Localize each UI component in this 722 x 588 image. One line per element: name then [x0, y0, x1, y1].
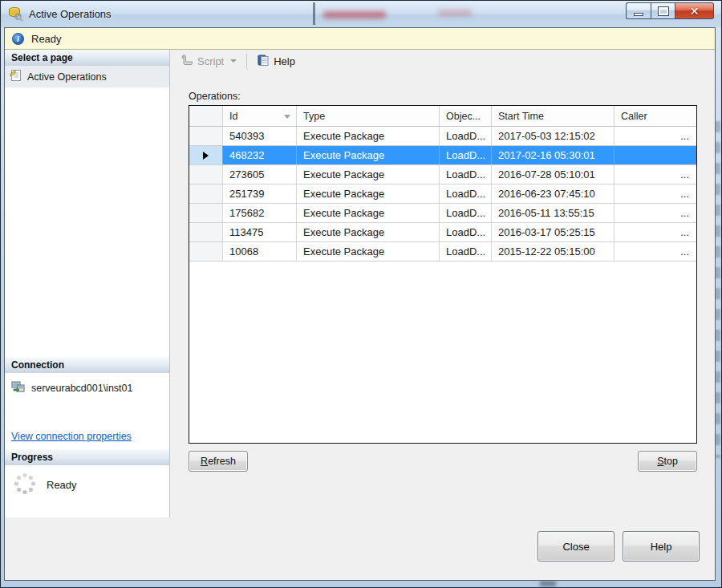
table-row[interactable]: 273605 Execute Package LoadD... 2016-07-… — [189, 165, 696, 185]
column-header-object[interactable]: Objec... — [440, 106, 492, 126]
window-title: Active Operations — [29, 8, 112, 20]
row-selector-cell[interactable] — [189, 127, 223, 145]
script-icon — [180, 54, 193, 68]
maximize-button[interactable] — [651, 2, 675, 19]
minimize-button[interactable] — [626, 2, 651, 19]
glass-artifact — [323, 11, 386, 18]
sidebar-item-label: Active Operations — [27, 71, 107, 83]
chevron-down-icon — [230, 59, 237, 63]
cell-object: LoadD... — [440, 146, 492, 164]
view-connection-properties-link[interactable]: View connection properties — [11, 431, 169, 442]
help-book-icon — [257, 54, 270, 69]
status-bar: i Ready — [5, 28, 715, 50]
cell-id: 113475 — [223, 223, 297, 241]
connection-name: serveurabcd001\inst01 — [31, 383, 132, 394]
window-controls: ✕ — [626, 2, 714, 19]
page-icon — [10, 69, 22, 84]
cell-start-time: 2016-03-17 05:25:15 — [492, 223, 615, 241]
dialog-content-frame: i Ready Select a page Acti — [4, 27, 716, 581]
row-selector-cell[interactable] — [189, 223, 223, 241]
table-header: Id Type Objec... Start Time Caller — [189, 106, 696, 127]
sort-descending-icon — [284, 115, 290, 119]
glass-artifact — [438, 10, 472, 16]
stop-button[interactable]: Stop — [638, 451, 697, 472]
close-button[interactable]: Close — [537, 531, 615, 562]
cell-start-time: 2016-07-28 05:10:01 — [492, 165, 615, 184]
table-row[interactable]: 10068 Execute Package LoadD... 2015-12-2… — [189, 242, 696, 262]
cell-start-time: 2017-05-03 12:15:02 — [492, 127, 615, 145]
progress-header: Progress — [5, 449, 169, 465]
cell-object: LoadD... — [440, 127, 492, 145]
row-selector-header[interactable] — [189, 106, 223, 126]
glass-artifact — [313, 2, 315, 25]
titlebar[interactable]: Active Operations ✕ — [1, 1, 721, 27]
script-button[interactable]: Script — [177, 52, 240, 70]
cell-type: Execute Package — [297, 165, 440, 184]
row-selector-cell[interactable] — [189, 242, 223, 261]
operations-label: Operations: — [189, 91, 715, 102]
glass-artifact — [540, 581, 556, 586]
row-selector-cell[interactable] — [189, 146, 223, 164]
row-selector-cell[interactable] — [189, 165, 223, 184]
cell-id: 10068 — [223, 242, 297, 261]
main-panel: Script — [170, 50, 715, 517]
cell-object: LoadD... — [440, 223, 492, 241]
cell-start-time: 2015-12-22 05:15:00 — [492, 242, 615, 261]
table-row[interactable]: 540393 Execute Package LoadD... 2017-05-… — [189, 127, 696, 146]
select-a-page-header: Select a page — [5, 50, 169, 66]
sidebar: Select a page Active Operations — [5, 50, 170, 517]
maximize-icon — [659, 7, 668, 15]
cell-object: LoadD... — [440, 185, 492, 203]
cell-type: Execute Package — [297, 223, 440, 241]
close-icon: ✕ — [690, 5, 700, 18]
help-toolbar-label: Help — [274, 55, 295, 67]
cell-id: 468232 — [223, 146, 297, 164]
cell-caller: ... — [615, 204, 696, 222]
cell-caller: ... — [615, 185, 696, 203]
cell-start-time: 2016-06-23 07:45:10 — [492, 185, 615, 203]
cell-id: 540393 — [223, 127, 297, 145]
cell-start-time: 2016-05-11 13:55:15 — [492, 204, 615, 222]
cell-id: 273605 — [223, 165, 297, 184]
operations-table-body: 540393 Execute Package LoadD... 2017-05-… — [189, 127, 696, 262]
refresh-button[interactable]: Refresh — [189, 451, 248, 472]
row-selector-cell[interactable] — [189, 185, 223, 203]
table-row[interactable]: 175682 Execute Package LoadD... 2016-05-… — [189, 204, 696, 223]
cell-id: 175682 — [223, 204, 297, 222]
cell-object: LoadD... — [440, 204, 492, 222]
toolbar-separator — [246, 54, 247, 69]
active-operations-app-icon — [8, 6, 23, 22]
connection-header: Connection — [5, 357, 169, 373]
table-row[interactable]: 468232 Execute Package LoadD... 2017-02-… — [189, 146, 696, 165]
status-text: Ready — [31, 33, 62, 45]
cell-type: Execute Package — [297, 185, 440, 203]
cell-start-time: 2017-02-16 05:30:01 — [492, 146, 615, 164]
cell-object: LoadD... — [440, 165, 492, 184]
cell-type: Execute Package — [297, 204, 440, 222]
table-row[interactable]: 251739 Execute Package LoadD... 2016-06-… — [189, 185, 696, 204]
help-toolbar-button[interactable]: Help — [254, 52, 298, 71]
help-button[interactable]: Help — [623, 531, 700, 562]
cell-id: 251739 — [223, 185, 297, 203]
table-row[interactable]: 113475 Execute Package LoadD... 2016-03-… — [189, 223, 696, 242]
cell-caller: ... — [615, 127, 696, 145]
close-window-button[interactable]: ✕ — [675, 2, 714, 19]
footer: Close Help — [5, 517, 715, 580]
connection-item: serveurabcd001\inst01 — [5, 373, 169, 399]
column-header-caller[interactable]: Caller — [615, 106, 696, 126]
current-row-arrow-icon — [203, 152, 209, 160]
column-header-id[interactable]: Id — [223, 106, 297, 126]
column-header-type[interactable]: Type — [297, 106, 440, 126]
cell-object: LoadD... — [440, 242, 492, 261]
sidebar-item-active-operations[interactable]: Active Operations — [5, 66, 169, 87]
script-label: Script — [197, 55, 224, 67]
server-icon — [11, 380, 25, 395]
operations-table[interactable]: Id Type Objec... Start Time Caller 54039… — [189, 105, 697, 444]
info-icon: i — [12, 33, 24, 45]
spinner-icon — [13, 472, 37, 498]
cell-caller: ... — [615, 223, 696, 241]
column-header-start-time[interactable]: Start Time — [492, 106, 615, 126]
row-selector-cell[interactable] — [189, 204, 223, 222]
column-header-id-label: Id — [229, 111, 237, 122]
progress-status: Ready — [47, 479, 77, 491]
